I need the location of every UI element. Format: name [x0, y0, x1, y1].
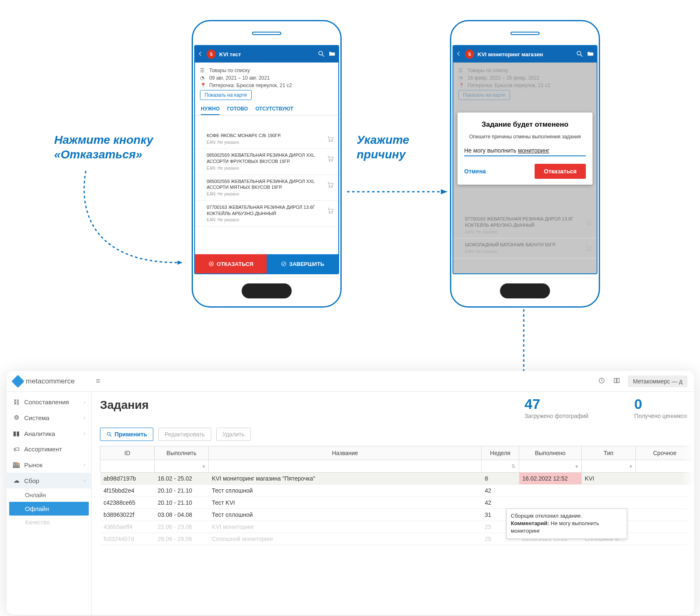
col-header[interactable]: ID: [100, 446, 155, 460]
svg-line-18: [580, 55, 582, 57]
product-item: 07700163 ЖЕВАТЕЛЬНАЯ РЕЗИНКА ДИРОЛ 13.6Г…: [453, 213, 597, 238]
desktop-topbar: metacommerce ≡ Метакоммерс — д: [7, 371, 694, 392]
account-chip[interactable]: Метакоммерс — д: [628, 376, 688, 387]
finish-button[interactable]: ЗАВЕРШИТЬ: [267, 254, 338, 273]
col-header[interactable]: Тип: [582, 446, 636, 460]
phone1-tabs: НУЖНО ГОТОВО ОТСУТСТВУЮТ: [195, 103, 338, 115]
store-icon: 🏬: [12, 461, 20, 468]
product-item[interactable]: 07700163 ЖЕВАТЕЛЬНАЯ РЕЗИНКА ДИРОЛ 13.6Г…: [195, 201, 338, 227]
svg-point-17: [577, 51, 581, 55]
product-item[interactable]: КОФЕ ЯКОБС МОНАРХ С/Б 190ГР.EAN: Не указ…: [195, 129, 338, 149]
col-header[interactable]: Название: [209, 446, 482, 460]
docs-icon[interactable]: [613, 377, 620, 386]
tab-absent[interactable]: ОТСУТСТВУЮТ: [255, 106, 293, 115]
table-row[interactable]: c42388ce6520.10 - 21.10Тест KVI42: [100, 497, 694, 509]
svg-point-1: [319, 51, 322, 55]
filter-icon[interactable]: ▾: [155, 460, 209, 473]
col-header[interactable]: Выполнено: [519, 446, 582, 460]
svg-point-19: [588, 224, 588, 225]
svg-point-22: [590, 250, 591, 251]
product-item[interactable]: 085002559 ЖЕВАТЕЛЬНАЯ РЕЗИНКА ДИРОЛ XXL …: [195, 149, 338, 175]
col-header[interactable]: Неделя: [482, 446, 519, 460]
arrow-1: [73, 167, 190, 283]
folder-icon[interactable]: [587, 50, 594, 59]
decline-button[interactable]: ОТКАЗАТЬСЯ: [195, 254, 267, 273]
cart-icon[interactable]: [327, 181, 334, 190]
gear-icon: ⚙: [12, 414, 20, 421]
callout-press-decline: Нажмите кнопку«Отказаться»: [54, 133, 153, 162]
cart-icon[interactable]: [327, 135, 334, 144]
back-icon[interactable]: [198, 51, 203, 58]
dialog-decline-button[interactable]: Отказаться: [535, 164, 586, 179]
product-item[interactable]: 085002559 ЖЕВАТЕЛЬНАЯ РЕЗИНКА ДИРОЛ XXL …: [195, 175, 338, 201]
callout-give-reason: Укажитепричину: [357, 133, 409, 162]
arrow-2: [345, 183, 449, 200]
brand-logo-icon: [11, 375, 24, 388]
list-icon: ☰: [200, 68, 206, 73]
stat-photos: 47Загружено фотографий: [525, 396, 589, 420]
product-item: ШОКОЛАДНЫЙ БАТОНЧИК БАУНТИ 55ГР.EAN: Не …: [453, 238, 597, 258]
compare-icon: ⛓: [12, 398, 20, 406]
phone1-info-address: Пятерочка: Брюсов переулок, 21 с2: [209, 83, 292, 88]
table-row[interactable]: ab98d7197b16.02 - 25.02KVI мониторинг ма…: [100, 473, 694, 485]
filter-icon[interactable]: ▾: [582, 460, 636, 473]
phone2-title: KVI мониторинг магазин: [478, 51, 572, 58]
apply-button[interactable]: Применить: [100, 428, 153, 441]
tab-done[interactable]: ГОТОВО: [227, 106, 248, 115]
sort-icon[interactable]: ▾: [519, 460, 582, 473]
edit-button[interactable]: Редактировать: [158, 428, 211, 441]
menu-toggle-icon[interactable]: ≡: [96, 377, 100, 386]
chevron-icon: ›: [84, 462, 85, 468]
cart-icon[interactable]: [585, 244, 592, 253]
svg-point-26: [107, 432, 110, 435]
sidebar-item-Сбор[interactable]: ☁Сбор›: [7, 473, 91, 488]
table-row[interactable]: 4f15bbd2e420.10 - 21.10Тест сплошной42: [100, 485, 694, 497]
svg-point-6: [332, 160, 332, 161]
sidebar-item-Ассортимент[interactable]: 🏷Ассортимент: [7, 441, 91, 457]
tab-need[interactable]: НУЖНО: [201, 106, 220, 115]
help-icon[interactable]: [598, 377, 605, 386]
clock-icon: ◔: [200, 75, 206, 81]
fade-overlay: [682, 392, 694, 615]
phone2-bg-items: 07700163 ЖЕВАТЕЛЬНАЯ РЕЗИНКА ДИРОЛ 13.6Г…: [453, 213, 597, 258]
svg-point-10: [332, 213, 332, 213]
sidebar-subitem-Качество[interactable]: Качество: [7, 516, 91, 529]
svg-point-21: [588, 250, 588, 251]
sidebar-subitem-Офлайн[interactable]: Офлайн: [9, 502, 89, 516]
pyaterochka-logo: 5: [465, 50, 474, 59]
dialog-title: Задание будет отменено: [464, 120, 586, 129]
search-icon[interactable]: [318, 50, 325, 59]
row-tooltip: Сборщик отклонил задание. Комментарий: Н…: [506, 508, 627, 539]
sidebar-subitem-Онлайн[interactable]: Онлайн: [7, 488, 91, 502]
sort-icon[interactable]: ⇅: [482, 460, 519, 473]
search-icon[interactable]: [576, 50, 583, 59]
reason-input[interactable]: Не могу выполнить мониторинг: [464, 145, 586, 156]
svg-marker-16: [441, 189, 448, 194]
phone1-header: 5 KVI тест: [195, 46, 338, 63]
folder-icon[interactable]: [328, 50, 336, 59]
phone2-header: 5 KVI мониторинг магазин: [453, 46, 597, 63]
svg-point-7: [329, 186, 330, 187]
cart-icon[interactable]: [585, 218, 592, 228]
sidebar-item-Аналитика[interactable]: ▮▮Аналитика›: [7, 426, 91, 441]
back-icon[interactable]: [456, 51, 462, 58]
phone1-info-list: Товары по списку: [209, 68, 250, 73]
svg-point-3: [329, 141, 330, 142]
sidebar-item-Рынок[interactable]: 🏬Рынок›: [7, 457, 91, 473]
delete-button[interactable]: Удалить: [216, 428, 251, 441]
col-header[interactable]: Выполнить: [155, 446, 209, 460]
tag-icon: 🏷: [12, 446, 20, 453]
svg-point-8: [332, 186, 332, 187]
cart-icon[interactable]: [327, 207, 334, 216]
phone-1: 5 KVI тест ☰Товары по списку ◔09 авг. 20…: [192, 20, 342, 308]
chevron-icon: ›: [84, 431, 85, 436]
sidebar-item-Сопоставления[interactable]: ⛓Сопоставления›: [7, 394, 91, 410]
phone1-item-list[interactable]: КОФЕ ЯКОБС МОНАРХ С/Б 190ГР.EAN: Не указ…: [195, 129, 338, 254]
dialog-cancel-button[interactable]: Отмена: [464, 168, 486, 175]
svg-line-2: [322, 55, 324, 57]
sidebar-item-Система[interactable]: ⚙Система›: [7, 410, 91, 426]
cart-icon[interactable]: [327, 155, 334, 164]
phone-2: 5 KVI мониторинг магазин ☰Товары по спис…: [450, 20, 600, 308]
show-on-map-button[interactable]: Показать на карте: [200, 90, 252, 100]
brand[interactable]: metacommerce: [13, 377, 91, 386]
